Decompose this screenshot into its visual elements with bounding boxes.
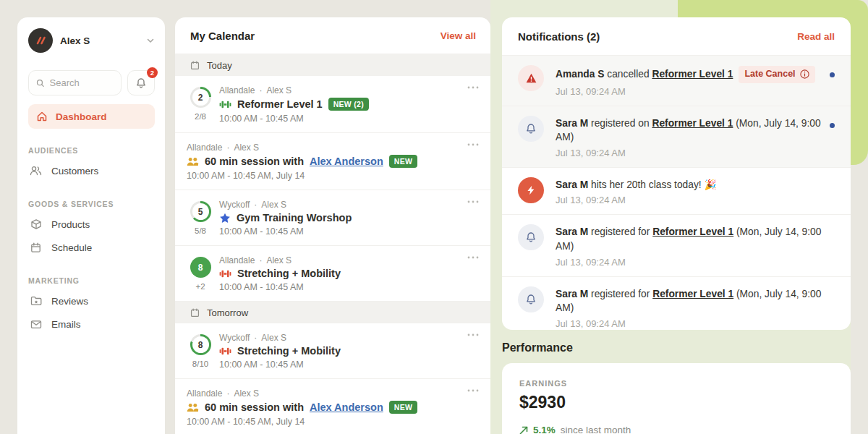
earnings-value: $2930 bbox=[519, 393, 833, 412]
more-options-icon[interactable] bbox=[467, 200, 479, 203]
capacity-ring: 8 bbox=[190, 334, 211, 355]
notification-item[interactable]: Sara M hits her 20th class today! 🎉 Jul … bbox=[502, 168, 851, 216]
notification-date: Jul 13, 09:24 AM bbox=[556, 148, 822, 158]
sidebar-item-schedule[interactable]: Schedule bbox=[17, 236, 165, 259]
calendar-title: My Calendar bbox=[190, 30, 255, 42]
notification-count-badge: 2 bbox=[147, 67, 158, 78]
notification-text: Sara M registered on Reformer Level 1 (M… bbox=[556, 116, 822, 145]
more-options-icon[interactable] bbox=[467, 86, 479, 89]
event-meta: Allandale·Alex S bbox=[187, 142, 461, 153]
notification-text: Amanda S cancelled Reformer Level 1Late … bbox=[556, 66, 822, 83]
capacity-ring: 2 bbox=[190, 87, 211, 108]
class-link[interactable]: Reformer Level 1 bbox=[652, 69, 733, 80]
view-all-link[interactable]: View all bbox=[441, 30, 476, 41]
read-all-link[interactable]: Read all bbox=[797, 31, 835, 42]
calendar-event[interactable]: Allandale·Alex S 60 min session with Ale… bbox=[175, 379, 490, 434]
event-time: 10:00 AM - 10:45 AM bbox=[219, 282, 461, 292]
info-icon[interactable] bbox=[800, 69, 809, 79]
day-header-today: Today bbox=[175, 54, 490, 76]
trend-up-icon bbox=[519, 426, 528, 434]
earnings-card: EARNINGS $2930 5.1% since last month bbox=[502, 363, 851, 434]
section-label-goods-services: GOODS & SERVICES bbox=[17, 200, 165, 208]
calendar-panel: My Calendar View all Today 2 2/8 Allanda… bbox=[175, 17, 490, 434]
event-meta: Allandale·Alex S bbox=[187, 388, 461, 399]
sidebar: Alex S 2 Dashboard AUDIENCES Customers G… bbox=[17, 17, 165, 434]
more-options-icon[interactable] bbox=[467, 389, 479, 392]
calendar-event[interactable]: 5 5/8 Wyckoff·Alex S Gym Training Worsho… bbox=[175, 190, 490, 246]
event-title: 60 min session with bbox=[205, 156, 304, 167]
event-title: Gym Training Worshop bbox=[237, 212, 352, 224]
earnings-delta-note: since last month bbox=[561, 425, 631, 434]
more-options-icon[interactable] bbox=[467, 256, 479, 259]
unread-dot bbox=[830, 72, 835, 77]
class-link[interactable]: Reformer Level 1 bbox=[652, 118, 733, 129]
event-meta: Wyckoff·Alex S bbox=[219, 200, 461, 210]
folder-star-icon bbox=[30, 296, 42, 306]
earnings-delta: 5.1% bbox=[533, 425, 556, 434]
capacity-fraction: 2/8 bbox=[195, 112, 206, 121]
section-label-marketing: MARKETING bbox=[17, 276, 165, 285]
class-link[interactable]: Reformer Level 1 bbox=[652, 226, 733, 237]
chevron-down-icon[interactable] bbox=[146, 36, 155, 45]
avatar bbox=[28, 28, 53, 53]
search-box[interactable] bbox=[28, 70, 122, 95]
envelope-icon bbox=[30, 320, 42, 329]
calendar-event[interactable]: 2 2/8 Allandale·Alex S Reformer Level 1 … bbox=[175, 76, 490, 133]
notification-text: Sara M registered for Reformer Level 1 (… bbox=[556, 287, 838, 315]
new-badge: NEW bbox=[389, 155, 417, 168]
trainer-link[interactable]: Alex Anderson bbox=[310, 156, 383, 167]
home-icon bbox=[36, 111, 48, 122]
more-options-icon[interactable] bbox=[467, 333, 479, 336]
day-header-tomorrow: Tomorrow bbox=[175, 302, 490, 323]
notification-date: Jul 13, 09:24 AM bbox=[556, 257, 838, 268]
sidebar-item-label: Dashboard bbox=[56, 111, 107, 122]
profile-menu[interactable]: Alex S bbox=[17, 17, 165, 59]
notification-text: Sara M hits her 20th class today! 🎉 bbox=[556, 178, 838, 192]
capacity-badge: 8 bbox=[190, 257, 211, 278]
calendar-icon bbox=[190, 308, 200, 318]
notification-date: Jul 13, 09:24 AM bbox=[556, 195, 838, 205]
calendar-event[interactable]: Allandale·Alex S 60 min session with Ale… bbox=[175, 133, 490, 190]
event-meta: Wyckoff·Alex S bbox=[219, 333, 461, 343]
search-icon bbox=[36, 78, 45, 88]
event-meta: Allandale·Alex S bbox=[219, 255, 461, 265]
more-options-icon[interactable] bbox=[467, 143, 479, 146]
sidebar-item-customers[interactable]: Customers bbox=[17, 159, 165, 182]
event-time: 10:00 AM - 10:45 AM bbox=[219, 359, 461, 370]
sidebar-item-reviews[interactable]: Reviews bbox=[17, 289, 165, 312]
search-input[interactable] bbox=[50, 77, 114, 88]
day-header-label: Today bbox=[207, 60, 232, 71]
sidebar-item-label: Customers bbox=[51, 166, 98, 176]
calendar-event[interactable]: 8 8/10 Wyckoff·Alex S Stretching + Mobil… bbox=[175, 323, 490, 379]
sidebar-item-dashboard[interactable]: Dashboard bbox=[28, 104, 155, 129]
trainer-link[interactable]: Alex Anderson bbox=[310, 401, 383, 413]
capacity-ring: 5 bbox=[190, 201, 211, 222]
notification-item[interactable]: Amanda S cancelled Reformer Level 1Late … bbox=[502, 56, 851, 106]
capacity-fraction: 5/8 bbox=[195, 226, 206, 235]
dumbbell-icon bbox=[219, 100, 231, 109]
capacity-fraction: 8/10 bbox=[192, 359, 208, 368]
notification-item[interactable]: Sara M registered on Reformer Level 1 (M… bbox=[502, 106, 851, 168]
notification-item[interactable]: Sara M registered for Reformer Level 1 (… bbox=[502, 277, 851, 330]
profile-name: Alex S bbox=[60, 35, 139, 46]
bell-icon bbox=[518, 116, 544, 142]
sidebar-item-products[interactable]: Products bbox=[17, 213, 165, 236]
section-label-audiences: AUDIENCES bbox=[17, 146, 165, 155]
notifications-button[interactable]: 2 bbox=[127, 70, 155, 95]
sidebar-item-label: Products bbox=[51, 219, 90, 230]
sidebar-item-emails[interactable]: Emails bbox=[17, 312, 165, 336]
new-badge: NEW bbox=[389, 401, 417, 414]
notification-text: Sara M registered for Reformer Level 1 (… bbox=[556, 225, 838, 253]
late-cancel-badge: Late Cancel bbox=[739, 66, 814, 83]
event-title: Stretching + Mobility bbox=[237, 268, 341, 279]
earnings-label: EARNINGS bbox=[519, 379, 833, 388]
event-meta: Allandale·Alex S bbox=[219, 85, 461, 95]
users-icon bbox=[187, 403, 199, 412]
event-title: Stretching + Mobility bbox=[237, 345, 341, 357]
notifications-title: Notifications (2) bbox=[518, 30, 600, 43]
calendar-icon bbox=[190, 61, 200, 70]
class-link[interactable]: Reformer Level 1 bbox=[652, 289, 733, 299]
event-time: 10:00 AM - 10:45 AM bbox=[219, 226, 461, 237]
calendar-event[interactable]: 8 +2 Allandale·Alex S Stretching + Mobil… bbox=[175, 246, 490, 302]
notification-item[interactable]: Sara M registered for Reformer Level 1 (… bbox=[502, 215, 851, 276]
